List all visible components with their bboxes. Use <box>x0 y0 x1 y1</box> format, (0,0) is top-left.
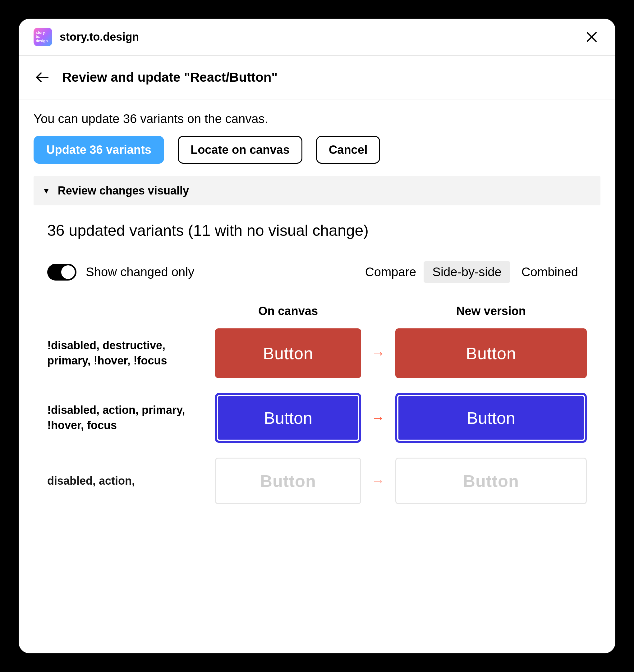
preview-new: Button <box>395 328 587 378</box>
toggle-knob <box>61 265 75 279</box>
app-logo: story. to. design <box>33 28 52 46</box>
preview-old: Button <box>215 328 361 378</box>
accordion-label: Review changes visually <box>58 184 189 197</box>
plugin-window: story. to. design story.to.design Review… <box>19 19 615 653</box>
titlebar: story. to. design story.to.design <box>19 19 615 56</box>
close-icon <box>586 31 598 43</box>
accordion-content: 36 updated variants (11 with no visual c… <box>33 221 601 653</box>
variant-row: !disabled, destructive, primary, !hover,… <box>47 328 587 378</box>
logo-line: design <box>36 39 48 43</box>
column-on-canvas: On canvas <box>215 305 361 318</box>
page-title: Review and update "React/Button" <box>62 70 278 85</box>
compare-group: Compare Side-by-side Combined <box>365 261 587 283</box>
back-button[interactable] <box>33 69 51 86</box>
variant-row: disabled, action, Button → Button <box>47 458 587 504</box>
variant-label: disabled, action, <box>47 474 215 489</box>
preview-new: Button <box>395 458 587 504</box>
segment-side-by-side[interactable]: Side-by-side <box>424 261 510 283</box>
preview-text: Button <box>397 395 585 441</box>
update-button[interactable]: Update 36 variants <box>33 136 164 164</box>
accordion-header[interactable]: ▼ Review changes visually <box>33 176 601 206</box>
variant-row: !disabled, action, primary, !hover, focu… <box>47 393 587 443</box>
locate-button[interactable]: Locate on canvas <box>178 136 302 164</box>
arrow-left-icon <box>34 69 50 86</box>
caret-down-icon: ▼ <box>42 186 50 196</box>
close-button[interactable] <box>583 28 601 46</box>
body: You can update 36 variants on the canvas… <box>19 99 615 653</box>
show-changed-toggle[interactable] <box>47 264 76 281</box>
arrow-right-icon: → <box>361 345 395 361</box>
hint-text: You can update 36 variants on the canvas… <box>33 112 601 126</box>
column-new-version: New version <box>395 305 587 318</box>
summary-text: 36 updated variants (11 with no visual c… <box>47 221 587 240</box>
table-header: On canvas New version <box>47 305 587 318</box>
variant-label: !disabled, destructive, primary, !hover,… <box>47 338 215 368</box>
segment-combined[interactable]: Combined <box>513 261 587 283</box>
action-row: Update 36 variants Locate on canvas Canc… <box>33 136 601 164</box>
logo-line: to. <box>36 35 40 39</box>
variant-label: !disabled, action, primary, !hover, focu… <box>47 403 215 433</box>
preview-old: Button <box>215 393 361 443</box>
cancel-button[interactable]: Cancel <box>316 136 380 164</box>
controls-row: Show changed only Compare Side-by-side C… <box>47 261 587 283</box>
preview-old: Button <box>215 458 361 504</box>
toggle-label: Show changed only <box>86 265 194 279</box>
variant-rows: !disabled, destructive, primary, !hover,… <box>47 328 587 504</box>
compare-label: Compare <box>365 265 417 279</box>
app-title: story.to.design <box>60 30 139 44</box>
subheader: Review and update "React/Button" <box>19 56 615 99</box>
preview-text: Button <box>217 395 359 441</box>
arrow-right-icon: → <box>361 473 395 489</box>
arrow-right-icon: → <box>361 410 395 426</box>
preview-new: Button <box>395 393 587 443</box>
